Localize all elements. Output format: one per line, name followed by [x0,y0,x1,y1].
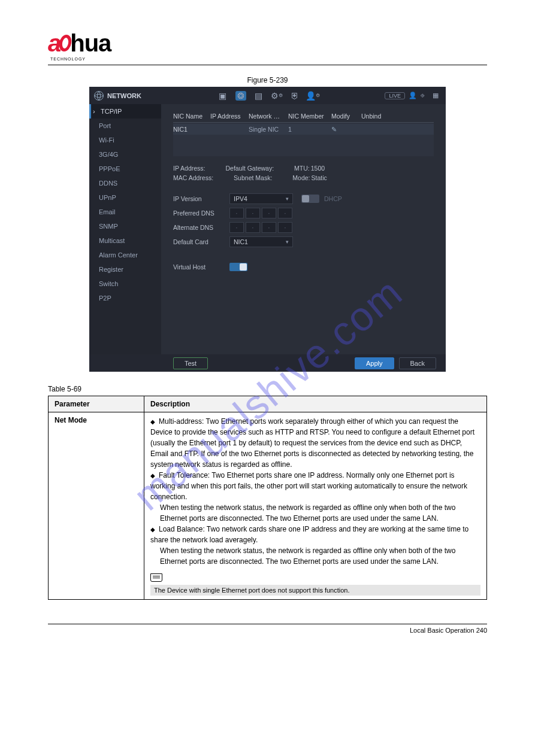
sidebar: TCP/IP Port Wi-Fi 3G/4G PPPoE DDNS UPnP … [89,104,161,354]
cell-nic: NIC1 [173,126,210,133]
dhcp-toggle[interactable] [301,195,319,203]
note-icon [150,573,162,582]
ipver-value: IPV4 [234,195,247,202]
brand-logo: ahua [48,30,487,57]
mac-label: MAC Address: [173,174,213,181]
note-band: The Device with single Ethernet port doe… [150,585,480,596]
sidebar-item-ddns[interactable]: DDNS [89,176,161,190]
default-card-select[interactable]: NIC1 ▾ [229,236,293,247]
mtu-value: 1500 [311,165,325,172]
nic-table-body: NIC1 Single NIC 1 ✎ [173,123,434,156]
sidebar-item-tcpip[interactable]: TCP/IP [89,104,161,119]
col-unbind: Unbind [361,113,391,120]
storage-icon[interactable]: ▤ [253,91,264,101]
enter-icon[interactable]: ⎆ [421,92,429,100]
desc-line: Load Balance: Two network cards share on… [150,525,468,544]
desc-line: Multi-address: Two Ethernet ports work s… [150,417,474,469]
sidebar-item-p2p[interactable]: P2P [89,291,161,305]
sidebar-item-3g4g[interactable]: 3G/4G [89,147,161,162]
page-footer: Local Basic Operation 240 [48,624,487,634]
brand-header: ahua TECHNOLOGY [48,30,487,65]
shield-icon[interactable]: ⛨ [289,91,300,101]
mode-label: Mode: [292,174,310,181]
edit-icon[interactable]: ✎ [331,126,361,133]
param-desc: ◆Multi-address: Two Ethernet ports work … [144,412,487,600]
user-group-icon[interactable]: 👤⚙ [307,91,318,101]
pref-dns-label: Preferred DNS [173,210,221,217]
nic-table-header: NIC Name IP Address Network … NIC Member… [173,110,434,123]
info-row-2: MAC Address: Subnet Mask: Mode:Static [173,174,434,181]
note-text: The Device with single Ethernet port doe… [150,585,353,595]
bullet-icon: ◆ [150,418,155,425]
settings-icon[interactable]: ⚙⚙ [271,91,282,101]
row-alternate-dns: Alternate DNS ···· [173,222,434,233]
chevron-down-icon: ▾ [286,239,289,245]
sidebar-item-port[interactable]: Port [89,119,161,133]
vhost-label: Virtual Host [173,263,221,271]
live-badge: LIVE [385,92,405,99]
th-desc: Description [144,396,487,412]
virtual-host-toggle[interactable] [229,263,247,271]
test-button[interactable]: Test [173,357,208,369]
globe-icon [94,91,104,101]
network-nav-icon[interactable]: ❂ [235,91,246,101]
desc-line: When testing the network status, the net… [160,503,455,523]
row-virtual-host: Virtual Host [173,263,434,271]
th-param: Parameter [49,396,144,412]
ipver-select[interactable]: IPV4 ▾ [229,193,293,204]
apply-button[interactable]: Apply [355,357,394,369]
row-ip-version: IP Version IPV4 ▾ DHCP [173,193,434,204]
col-nic-name: NIC Name [173,113,210,120]
sidebar-item-multicast[interactable]: Multicast [89,233,161,248]
col-ip: IP Address [210,113,249,120]
ipver-label: IP Version [173,195,221,202]
row-default-card: Default Card NIC1 ▾ [173,236,434,247]
sidebar-item-pppoe[interactable]: PPPoE [89,162,161,176]
sidebar-item-snmp[interactable]: SNMP [89,219,161,233]
preferred-dns-input[interactable]: ···· [229,208,294,218]
sidebar-item-email[interactable]: Email [89,205,161,219]
cell-net: Single NIC [249,126,288,133]
alt-dns-label: Alternate DNS [173,224,221,231]
back-button[interactable]: Back [399,357,436,369]
bullet-icon: ◆ [150,472,155,479]
sidebar-item-alarm-center[interactable]: Alarm Center [89,248,161,262]
table-row[interactable]: NIC1 Single NIC 1 ✎ [173,124,434,135]
logo-subtext: TECHNOLOGY [50,57,487,61]
user-icon[interactable]: 👤 [409,92,417,100]
window-titlebar: NETWORK ▣ ❂ ▤ ⚙⚙ ⛨ 👤⚙ LIVE 👤 ⎆ ▦ [89,87,446,104]
cell-member: 1 [288,126,331,133]
top-nav-icons: ▣ ❂ ▤ ⚙⚙ ⛨ 👤⚙ [217,91,318,101]
card-label: Default Card [173,238,221,245]
parameter-table: Parameter Description Net Mode ◆Multi-ad… [48,396,487,600]
table-caption: Table 5-69 [48,385,487,393]
footer-bar: Test Apply Back [89,354,446,372]
desc-line: Fault Tolerance: Two Ethernet ports shar… [150,471,467,501]
figure-caption: Figure 5-239 [48,76,487,84]
card-value: NIC1 [234,238,248,245]
sidebar-item-upnp[interactable]: UPnP [89,190,161,205]
camera-icon[interactable]: ▣ [217,91,228,101]
sidebar-item-switch[interactable]: Switch [89,277,161,291]
desc-line: When testing the network status, the net… [160,546,455,566]
row-preferred-dns: Preferred DNS ···· [173,208,434,218]
param-name: Net Mode [49,412,144,600]
bullet-icon: ◆ [150,526,155,533]
sidebar-item-wifi[interactable]: Wi-Fi [89,133,161,147]
col-member: NIC Member [288,113,331,120]
gw-label: Default Gateway: [226,165,274,172]
window-title: NETWORK [107,92,141,99]
col-modify: Modify [331,113,361,120]
chevron-down-icon: ▾ [286,196,289,202]
col-network: Network … [249,113,288,120]
sidebar-item-register[interactable]: Register [89,262,161,277]
logo-rest: hua [70,30,111,57]
grid-icon[interactable]: ▦ [433,92,441,100]
dhcp-label: DHCP [324,195,342,202]
mtu-label: MTU: [294,165,310,172]
footer-right: Local Basic Operation 240 [410,627,487,634]
alternate-dns-input[interactable]: ···· [229,222,294,233]
ip-label: IP Address: [173,165,205,172]
info-row-1: IP Address: Default Gateway: MTU:1500 [173,165,434,172]
mask-label: Subnet Mask: [234,174,272,181]
